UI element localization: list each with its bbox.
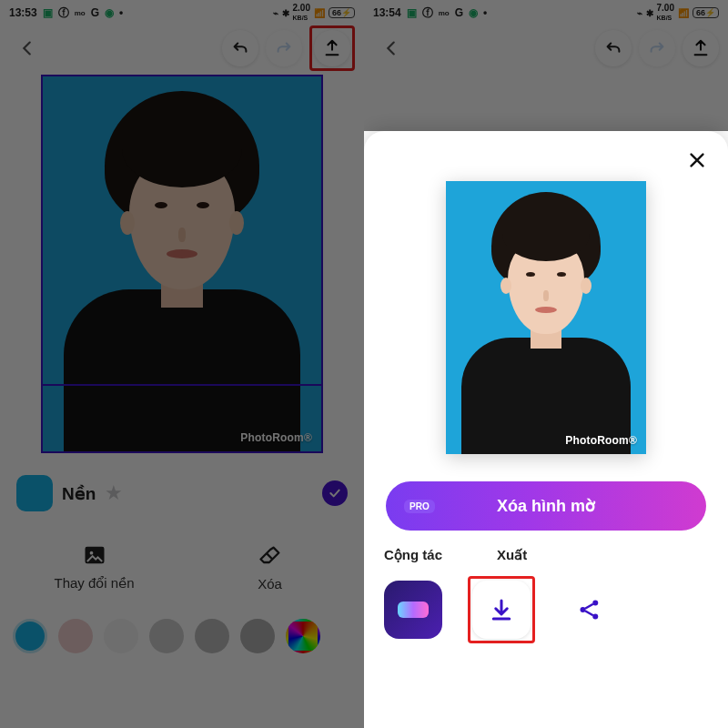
status-signal-icon: 📶 [314, 8, 325, 18]
color-rainbow[interactable] [286, 619, 320, 653]
sheet-preview-wrap: PhotoRoom® [364, 131, 728, 476]
tool-row: Thay đổi nền Xóa [0, 524, 364, 612]
status-app-icon: ▣ [407, 6, 417, 19]
color-blush[interactable] [58, 619, 93, 653]
status-time: 13:53 [9, 6, 37, 19]
status-signal-icon: 📶 [678, 8, 689, 18]
status-net-unit: KB/S [293, 15, 308, 21]
background-row: Nền ★ [0, 462, 364, 524]
color-palette [0, 612, 364, 666]
erase-card[interactable]: Xóa [188, 528, 351, 602]
watermark: PhotoRoom® [565, 434, 637, 447]
status-bar-right: 13:54 ▣ ⓕ mo G ◉ • ⌁ ✱ 7.00KB/S 📶 66⚡ [364, 0, 728, 25]
status-vibrate-icon: ⌁ [273, 8, 278, 18]
section-export-title: Xuất [497, 547, 527, 563]
arrow-left-icon [17, 38, 37, 58]
status-vibrate-icon: ⌁ [637, 8, 642, 18]
export-button[interactable] [314, 30, 350, 66]
back-button[interactable] [373, 30, 410, 66]
color-gray2[interactable] [195, 619, 229, 653]
status-g-icon: G [455, 6, 463, 19]
redo-icon [647, 38, 667, 58]
watermark: PhotoRoom® [240, 431, 312, 444]
status-more-icon: • [119, 6, 123, 19]
status-more-icon: • [483, 6, 487, 19]
screenshot-right: 13:54 ▣ ⓕ mo G ◉ • ⌁ ✱ 7.00KB/S 📶 66⚡ [364, 0, 728, 728]
favorite-icon[interactable]: ★ [105, 481, 123, 505]
download-button[interactable] [472, 581, 531, 639]
check-icon [328, 486, 342, 500]
change-background-card[interactable]: Thay đổi nền [13, 528, 176, 602]
undo-icon [230, 38, 250, 58]
share-icon [576, 596, 603, 623]
status-net-rate: 7.00 [657, 3, 674, 13]
eraser-icon [258, 543, 283, 569]
sheet-sections: Cộng tác Xuất [364, 547, 728, 563]
status-fb-icon: ⓕ [58, 5, 69, 21]
color-cyan[interactable] [13, 619, 47, 653]
export-icon [691, 38, 711, 58]
background-swatch[interactable] [16, 475, 53, 511]
status-bt-icon: ✱ [282, 8, 289, 18]
export-sheet: PhotoRoom® PRO Xóa hình mờ Cộng tác Xuất [364, 131, 728, 728]
sheet-icon-row [364, 563, 728, 651]
status-fb-icon: ⓕ [422, 5, 433, 21]
redo-icon [274, 38, 294, 58]
undo-button[interactable] [595, 30, 632, 66]
erase-label: Xóa [258, 576, 282, 592]
back-button[interactable] [9, 30, 46, 66]
status-battery: 66⚡ [693, 7, 719, 18]
status-net-unit: KB/S [657, 15, 672, 21]
image-icon [82, 542, 107, 568]
status-g-icon: G [91, 6, 99, 19]
undo-button[interactable] [222, 30, 258, 66]
photoroom-app-tile[interactable] [384, 581, 442, 639]
share-button[interactable] [561, 581, 619, 639]
undo-icon [603, 38, 623, 58]
color-gray1[interactable] [149, 619, 184, 653]
remove-watermark-label: Xóa hình mờ [497, 496, 595, 516]
color-gray3[interactable] [240, 619, 275, 653]
confirm-button[interactable] [322, 480, 348, 506]
redo-button[interactable] [639, 30, 675, 66]
screenshot-left: 13:53 ▣ ⓕ mo G ◉ • ⌁ ✱ 2.00KB/S 📶 66⚡ [0, 0, 364, 728]
close-icon [687, 150, 707, 170]
status-bt-icon: ✱ [646, 8, 653, 18]
status-time: 13:54 [373, 6, 401, 19]
editor-toolbar-right [364, 25, 728, 71]
highlight-download [468, 576, 535, 643]
status-bar: 13:53 ▣ ⓕ mo G ◉ • ⌁ ✱ 2.00KB/S 📶 66⚡ [0, 0, 364, 25]
editor-toolbar [0, 25, 364, 71]
status-momo-icon: mo [439, 9, 450, 17]
export-button[interactable] [682, 30, 719, 66]
arrow-left-icon [381, 38, 401, 58]
background-label: Nền [62, 483, 96, 504]
photo-preview[interactable]: PhotoRoom® [41, 75, 323, 453]
pro-badge: PRO [404, 500, 435, 513]
download-icon [488, 596, 515, 623]
photoroom-logo-icon [398, 602, 429, 618]
canvas-area[interactable]: PhotoRoom® [0, 71, 364, 462]
sheet-photo-preview: PhotoRoom® [446, 181, 646, 454]
status-msg-icon: ◉ [469, 6, 478, 19]
status-app-icon: ▣ [43, 6, 53, 19]
section-collab-title: Cộng tác [384, 547, 442, 563]
status-net-rate: 2.00 [293, 3, 310, 13]
color-white[interactable] [104, 619, 138, 653]
status-momo-icon: mo [75, 9, 86, 17]
redo-button[interactable] [266, 30, 302, 66]
svg-point-1 [89, 551, 93, 555]
remove-watermark-button[interactable]: PRO Xóa hình mờ [386, 481, 706, 531]
status-msg-icon: ◉ [105, 6, 114, 19]
highlight-export [309, 25, 355, 71]
crop-guideline[interactable] [43, 384, 321, 386]
status-battery: 66⚡ [329, 7, 355, 18]
export-icon [322, 38, 342, 58]
change-background-label: Thay đổi nền [54, 575, 134, 592]
close-button[interactable] [682, 146, 712, 175]
